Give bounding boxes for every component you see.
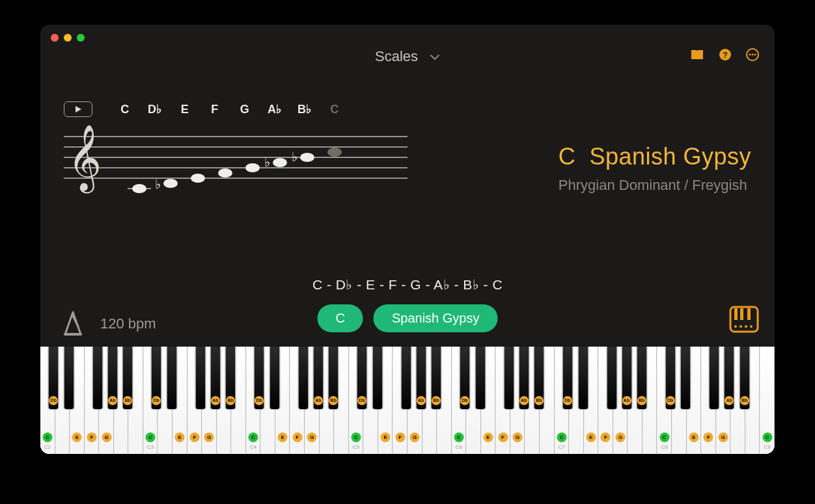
music-staff: 𝄞 ♭ ♭ ♭	[64, 125, 408, 199]
black-key[interactable]: Db	[666, 347, 675, 409]
scale-degree-label: D♭	[145, 102, 165, 116]
selector-row: C Spanish Gypsy	[318, 304, 498, 332]
black-key[interactable]: Db	[255, 347, 264, 409]
minimize-window-button[interactable]	[64, 34, 72, 42]
svg-point-23	[327, 148, 342, 157]
octave-label: C3	[147, 444, 154, 450]
black-key[interactable]: Ab	[622, 347, 631, 409]
octave-label: C7	[559, 444, 565, 450]
black-key[interactable]	[93, 347, 102, 409]
play-button[interactable]	[64, 101, 92, 117]
scale-note-marker: G	[616, 432, 626, 442]
svg-point-13	[132, 184, 146, 193]
scale-note-marker: F	[87, 432, 96, 442]
octave-label: C4	[250, 444, 256, 450]
black-key[interactable]: Bb	[226, 347, 235, 409]
black-key[interactable]: Bb	[637, 347, 646, 409]
scale-degree-label: E	[174, 103, 195, 116]
scale-degree-label: C	[324, 103, 345, 116]
black-key[interactable]	[476, 347, 485, 409]
root-note-marker: C	[659, 432, 669, 442]
library-button[interactable]	[690, 49, 704, 60]
black-key[interactable]: Db	[460, 347, 469, 409]
scale-degree-label: C	[115, 103, 135, 116]
scale-note-marker: F	[498, 432, 508, 442]
black-key[interactable]: Bb	[123, 347, 132, 409]
scale-selector-button[interactable]: Spanish Gypsy	[374, 304, 498, 332]
black-key[interactable]	[196, 347, 205, 409]
root-selector-button[interactable]: C	[318, 304, 363, 332]
svg-point-3	[749, 54, 751, 56]
scale-note-marker: Bb	[329, 396, 338, 405]
svg-text:♭: ♭	[264, 155, 270, 169]
scale-note-marker: Db	[49, 396, 58, 405]
black-key[interactable]	[167, 347, 176, 409]
black-key[interactable]: Ab	[725, 347, 734, 409]
black-key[interactable]	[270, 347, 279, 409]
black-key[interactable]: Ab	[314, 347, 323, 409]
more-button[interactable]	[746, 48, 759, 61]
window-controls	[51, 34, 85, 42]
scale-note-marker: E	[175, 432, 185, 442]
black-key[interactable]: Ab	[211, 347, 220, 409]
metronome-control[interactable]: 120 bpm	[59, 310, 156, 338]
black-key[interactable]	[373, 347, 382, 409]
black-key[interactable]: Ab	[417, 347, 426, 409]
black-key[interactable]	[710, 347, 719, 409]
black-key[interactable]: Bb	[329, 347, 338, 409]
black-key[interactable]: Bb	[740, 347, 749, 409]
top-right-toolbar: ?	[690, 48, 759, 61]
scale-note-marker: E	[278, 432, 288, 442]
svg-point-15	[163, 179, 178, 188]
white-key[interactable]: C9C	[760, 347, 775, 454]
svg-point-33	[750, 325, 753, 328]
black-key[interactable]	[504, 347, 514, 409]
black-key[interactable]: Db	[152, 347, 161, 409]
scale-note-marker: Ab	[622, 396, 631, 405]
keyboard-view-button[interactable]	[729, 306, 759, 336]
root-note-marker: C	[762, 432, 772, 442]
svg-point-5	[754, 54, 756, 56]
svg-rect-29	[747, 308, 751, 320]
black-key[interactable]	[579, 347, 588, 409]
black-key[interactable]	[402, 347, 411, 409]
octave-label: C6	[456, 444, 462, 450]
svg-point-18	[245, 163, 260, 172]
octave-label: C2	[44, 444, 51, 450]
close-window-button[interactable]	[51, 34, 59, 42]
svg-rect-25	[64, 333, 82, 336]
black-key[interactable]: Bb	[534, 347, 544, 409]
mode-dropdown[interactable]: Scales	[375, 48, 440, 65]
svg-point-22	[300, 153, 314, 162]
black-key[interactable]: Db	[357, 347, 366, 409]
svg-point-16	[191, 174, 205, 183]
black-key[interactable]: Ab	[519, 347, 529, 409]
svg-text:♭: ♭	[292, 150, 297, 164]
scale-note-marker: Bb	[226, 396, 235, 405]
svg-text:?: ?	[723, 50, 728, 60]
octave-label: C5	[353, 444, 359, 450]
scale-degree-label: F	[204, 103, 225, 116]
metronome-icon	[59, 310, 87, 338]
scale-note-marker: Db	[666, 396, 675, 405]
black-key[interactable]: Db	[49, 347, 58, 409]
scale-note-marker: Bb	[740, 396, 749, 405]
black-key[interactable]	[64, 347, 74, 409]
black-key[interactable]: Bb	[432, 347, 441, 409]
scale-note-marker: Bb	[534, 396, 544, 405]
black-key[interactable]	[607, 347, 616, 409]
scale-note-marker: G	[204, 432, 214, 442]
black-key[interactable]	[299, 347, 308, 409]
zoom-window-button[interactable]	[77, 34, 85, 42]
black-key[interactable]: Db	[563, 347, 572, 409]
scale-note-marker: Ab	[314, 396, 323, 405]
black-key[interactable]	[681, 347, 690, 409]
scale-note-marker: Bb	[432, 396, 441, 405]
piano-keyboard[interactable]: C2CEFGDbAbBbC3CEFGDbAbBbC4CEFGDbAbBbC5CE…	[40, 347, 775, 454]
scale-note-marker: Db	[357, 396, 366, 405]
scale-note-marker: Db	[255, 396, 264, 405]
black-key[interactable]: Ab	[108, 347, 117, 409]
scale-note-marker: Ab	[725, 396, 734, 405]
chevron-down-icon	[430, 48, 440, 65]
help-button[interactable]: ?	[719, 48, 732, 61]
